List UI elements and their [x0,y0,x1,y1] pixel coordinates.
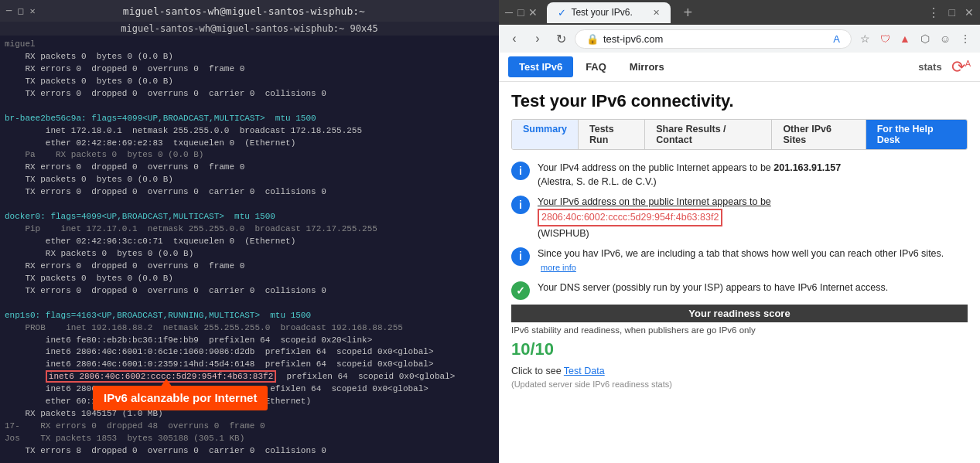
site-nav-test-ipv6[interactable]: Test IPv6 [508,56,573,77]
terminal-line: TX packets 0 bytes 0 (0.0 B) [5,174,494,186]
terminal-line: RX errors 0 dropped 0 overruns 0 frame 0 [5,162,494,174]
terminal-panel: ─ □ ✕ miguel-santos-wh@miguel-santos-wis… [0,0,499,463]
extension-icon2[interactable]: ▲ [896,30,913,47]
new-tab-btn[interactable]: + [677,4,698,22]
browser-titlebar: ─ □ ✕ ✓ Test your IPv6. ✕ + ⋮ □ ✕ [499,0,980,25]
toolbar-icons: ☆ 🛡 ▲ ⬡ ☺ ⋮ [856,30,974,47]
address-bar[interactable]: 🔒 test-ipv6.com A [575,29,852,49]
shield-icon: 🔒 [586,33,599,45]
site-nav-faq[interactable]: FAQ [575,56,617,77]
browser-maximize-btn[interactable]: □ [517,6,524,19]
terminal-line [5,199,494,211]
info-text-tab: Since you hav​ IPv6, we are including a … [538,247,968,274]
tab-share-results[interactable]: Share Results / Contact [645,120,772,149]
info-item-ipv6: i Your IPv6 address on the public Intern… [511,195,968,240]
info-item-ipv4: i Your IPv4 address on the public Intern… [511,161,968,189]
maximize-btn[interactable]: □ [18,5,23,16]
tab-close-btn[interactable]: ✕ [653,8,660,18]
readiness-score: 10/10 [511,339,968,359]
updated-text: (Updated server side IPv6 readiness stat… [511,380,968,389]
terminal-line: TX errors 8 dropped 0 overruns 0 carrier… [5,445,494,458]
back-button[interactable]: ‹ [505,29,524,48]
browser-tab[interactable]: ✓ Test your IPv6. ✕ [547,2,671,23]
terminal-line: ether 02:42:8e:69:e2:83 txqueuelen 0 (Et… [5,138,494,150]
bookmark-icon[interactable]: ☆ [856,30,873,47]
terminal-window-controls[interactable]: ─ □ ✕ [6,5,36,16]
info-icon-ipv6: i [511,196,530,214]
info-list: i Your IPv4 address on the public Intern… [511,161,968,300]
info-text-ipv6: Your IPv6 address on the public Internet… [538,195,771,240]
terminal-line: docker0: flags=4099<UP,BROADCAST,MULTICA… [5,211,494,223]
translate-popup-icon[interactable]: ⟳A [951,57,971,77]
info-item-dns: ✓ Your DNS server (possibly run by your … [511,281,968,300]
terminal-line: br-baee2be56c9a: flags=4099<UP,BROADCAST… [5,113,494,125]
terminal-line: inet6 2806:40c:6001:0:6c1e:1060:9086:d2d… [5,346,494,359]
terminal-line [5,458,494,463]
translate-icon[interactable]: A [833,33,840,45]
forward-button[interactable]: › [528,29,547,48]
site-nav-mirrors[interactable]: Mirrors [619,56,675,77]
tab-favicon-icon: ✓ [558,7,566,19]
highlighted-ipv6-line: inet6 2806:40c:6002:cccc:5d29:954f:4b63:… [5,371,494,383]
terminal-line: inet6 fe80::eb2b:bc36:1f9e:bb9 prefixlen… [5,335,494,347]
browser-close-btn[interactable]: ✕ [528,6,538,19]
browser-window-controls[interactable]: ─ □ ✕ [505,6,538,19]
info-text-dns: Your DNS server (possibly run by your IS… [538,281,888,294]
terminal-line: Pip inet 172.17.0.1 netmask 255.255.0.0 … [5,223,494,236]
ipv6-address: 2806:40c:6002:cccc:5d29:954f:4b63:83f2 [538,209,722,226]
browser-toolbar: ‹ › ↻ 🔒 test-ipv6.com A ☆ 🛡 ▲ ⬡ ☺ ⋮ [499,25,980,53]
terminal-line: RX packets 0 bytes 0 (0.0 B) [5,51,494,63]
info-icon-dns: ✓ [511,281,530,300]
more-options-icon[interactable]: ⋮ [957,30,974,47]
info-text-ipv4: Your IPv4 address on the public Internet… [538,161,841,189]
terminal-title: miguel-santos-wh@miguel-santos-wisphub:~ [36,5,452,17]
content-tabs: Summary Tests Run Share Results / Contac… [511,119,968,150]
terminal-line: Pa RX packets 0 bytes 0 (0.0 B) [5,149,494,162]
info-icon-tab: i [511,247,530,266]
reload-button[interactable]: ↻ [551,29,570,48]
terminal-line: RX errors 0 dropped 0 overruns 0 frame 0 [5,260,494,273]
site-nav-stats[interactable]: stats [918,61,941,73]
info-icon-ipv4: i [511,162,530,180]
browser-minimize-btn[interactable]: ─ [505,6,513,19]
tab-other-ipv6[interactable]: Other IPv6 Sites [772,120,866,149]
terminal-line: 17- RX errors 0 dropped 48 overruns 0 fr… [5,420,494,433]
tab-title: Test your IPv6. [571,7,632,18]
terminal-body[interactable]: miguel RX packets 0 bytes 0 (0.0 B) RX e… [0,36,499,463]
terminal-line: TX packets 0 bytes 0 (0.0 B) [5,76,494,88]
ipv6-arrow-label: IPv6 alcanzable por Internet [93,386,268,410]
terminal-line: RX errors 0 dropped 0 overruns 0 frame 0 [5,63,494,76]
terminal-subtitle: miguel-santos-wh@miguel-santos-wisphub:~… [0,22,499,36]
terminal-line: TX packets 0 bytes 0 (0.0 B) [5,273,494,285]
terminal-line [5,100,494,113]
terminal-line: miguel [5,39,494,51]
tab-tests-run[interactable]: Tests Run [579,120,645,149]
extension-icon1[interactable]: 🛡 [876,30,893,47]
tab-help-desk[interactable]: For the Help Desk [866,120,967,149]
more-info-link[interactable]: more info [541,263,576,272]
terminal-line: inet 172.18.0.1 netmask 255.255.0.0 broa… [5,125,494,138]
terminal-line: TX errors 0 dropped 0 overruns 0 carrier… [5,186,494,199]
extension-icon4[interactable]: ☺ [937,30,954,47]
terminal-line [5,298,494,310]
tab-summary[interactable]: Summary [512,120,579,149]
extension-icon3[interactable]: ⬡ [917,30,934,47]
site-title: Test your IPv6 connectivity. [511,91,968,111]
test-data-link[interactable]: Test Data [564,366,605,376]
site-nav: Test IPv6 FAQ Mirrors stats ⟳A [499,53,980,82]
minimize-btn[interactable]: ─ [6,5,12,16]
url-text: test-ipv6.com [603,33,830,45]
info-item-tab: i Since you hav​ IPv6, we are including … [511,247,968,274]
site-content: Test your IPv6 connectivity. Summary Tes… [499,82,980,463]
browser-extra2-btn[interactable]: ✕ [965,6,974,19]
browser-extra-btn[interactable]: □ [949,6,955,19]
browser-more-btn[interactable]: ⋮ [924,5,943,20]
terminal-line: TX errors 0 dropped 0 overruns 0 carrier… [5,88,494,100]
readiness-bar: Your readiness score [511,305,968,322]
test-data-label: Click to see [511,366,562,376]
terminal-line: TX errors 0 dropped 0 overruns 0 carrier… [5,285,494,298]
close-btn[interactable]: ✕ [29,5,35,16]
terminal-line: enp1s0: flags=4163<UP,BROADCAST,RUNNING,… [5,310,494,322]
browser-panel: ─ □ ✕ ✓ Test your IPv6. ✕ + ⋮ □ ✕ ‹ › ↻ … [499,0,980,463]
terminal-line: Jos TX packets 1853 bytes 305188 (305.1 … [5,433,494,445]
